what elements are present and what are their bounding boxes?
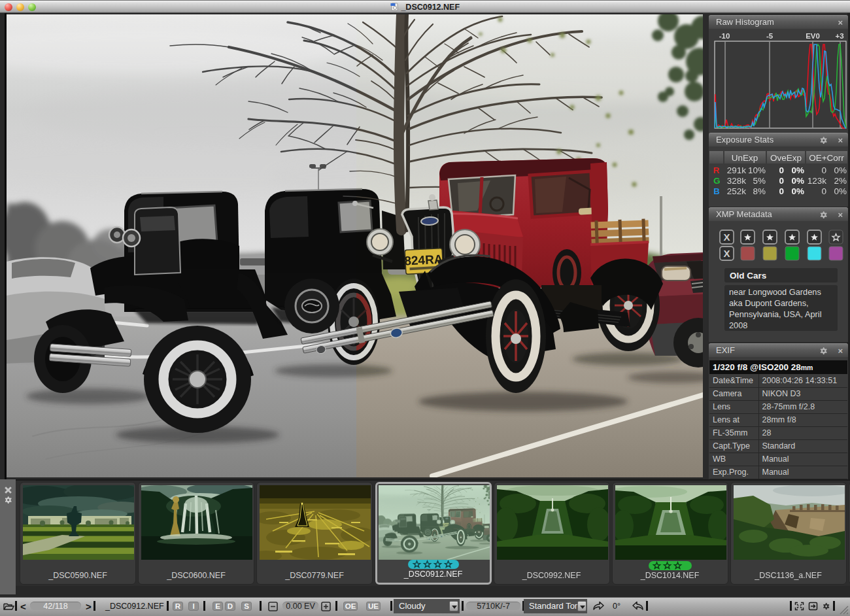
svg-text:0: 0 (779, 176, 784, 186)
svg-text:X: X (723, 248, 730, 259)
svg-text:0%: 0% (791, 186, 804, 196)
svg-text:X: X (723, 231, 730, 243)
svg-text:+3: +3 (835, 32, 843, 40)
svg-text:291k: 291k (727, 165, 747, 175)
svg-text:0%: 0% (791, 176, 804, 186)
svg-text:0: 0 (779, 186, 784, 196)
svg-text:0: 0 (779, 165, 784, 175)
svg-text:-10: -10 (719, 32, 730, 40)
svg-text:Pennsylvania, USA, April: Pennsylvania, USA, April (729, 309, 822, 319)
svg-text:OveExp: OveExp (770, 153, 802, 163)
svg-text:aka Dupont Gardens,: aka Dupont Gardens, (729, 298, 809, 308)
svg-text:328k: 328k (727, 176, 747, 186)
svg-text:R: R (713, 165, 720, 175)
svg-text:Old Cars: Old Cars (730, 271, 766, 281)
svg-text:UnExp: UnExp (732, 153, 758, 163)
svg-text:10%: 10% (748, 165, 766, 175)
svg-text:5%: 5% (753, 176, 766, 186)
svg-text:near Longwood Gardens: near Longwood Gardens (729, 287, 821, 297)
svg-text:B: B (713, 186, 720, 196)
svg-text:252k: 252k (727, 186, 747, 196)
svg-text:123k: 123k (808, 176, 827, 186)
svg-text:0: 0 (821, 186, 826, 196)
svg-text:0%: 0% (834, 186, 847, 196)
svg-text:2008: 2008 (729, 320, 747, 330)
svg-text:OE+Corr: OE+Corr (809, 153, 844, 163)
svg-text:EV0: EV0 (806, 32, 820, 40)
svg-text:8%: 8% (753, 186, 766, 196)
svg-text:0: 0 (821, 165, 826, 175)
svg-text:0%: 0% (791, 165, 804, 175)
svg-text:-5: -5 (766, 32, 774, 40)
svg-text:0%: 0% (834, 165, 847, 175)
svg-text:2%: 2% (834, 176, 847, 186)
svg-text:G: G (713, 176, 721, 186)
